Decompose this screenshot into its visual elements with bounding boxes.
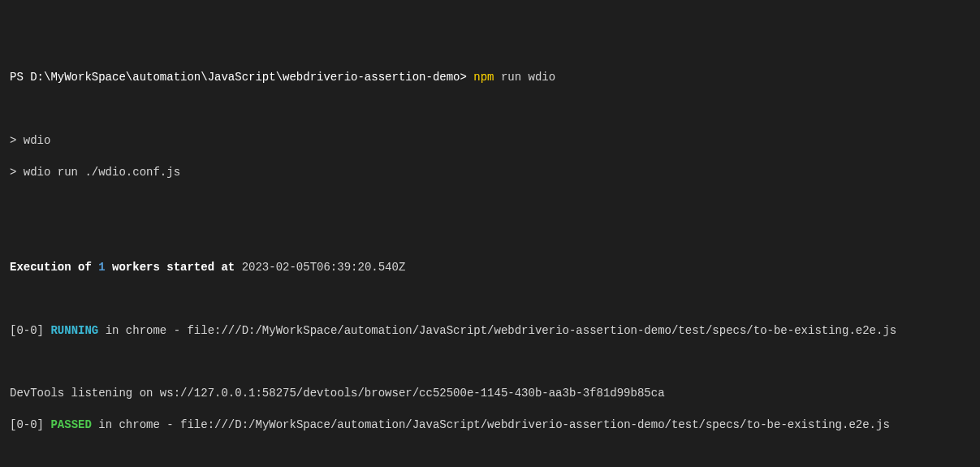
prompt-path: PS D:\MyWorkSpace\automation\JavaScript\… [10, 71, 473, 84]
passed-line: [0-0] PASSED in chrome - file:///D:/MyWo… [10, 417, 970, 434]
cmd-args: run wdio [501, 71, 555, 84]
execution-header: Execution of 1 workers started at 2023-0… [10, 260, 970, 276]
running-status: RUNNING [50, 324, 98, 337]
prompt-line-1: PS D:\MyWorkSpace\automation\JavaScript\… [10, 70, 970, 86]
echo-line-1: > wdio [10, 133, 970, 149]
devtools-line: DevTools listening on ws://127.0.0.1:582… [10, 386, 970, 402]
exec-pre: Execution of [10, 261, 98, 274]
worker-prefix: [0-0] [10, 418, 50, 431]
echo-line-2: > wdio run ./wdio.conf.js [10, 165, 970, 181]
worker-prefix: [0-0] [10, 324, 50, 337]
blank-line [10, 355, 970, 370]
blank-line [10, 292, 970, 307]
running-line: [0-0] RUNNING in chrome - file:///D:/MyW… [10, 323, 970, 339]
exec-post: workers started at [106, 261, 242, 274]
blank-line [10, 197, 970, 213]
cmd-npm: npm [473, 71, 501, 84]
blank-line [10, 102, 970, 118]
exec-count: 1 [98, 261, 105, 274]
blank-line [10, 450, 970, 465]
blank-line [10, 228, 970, 244]
passed-status: PASSED [50, 418, 91, 431]
passed-detail: in chrome - file:///D:/MyWorkSpace/autom… [92, 418, 890, 431]
exec-time: 2023-02-05T06:39:20.540Z [242, 261, 406, 274]
running-detail: in chrome - file:///D:/MyWorkSpace/autom… [98, 324, 896, 337]
